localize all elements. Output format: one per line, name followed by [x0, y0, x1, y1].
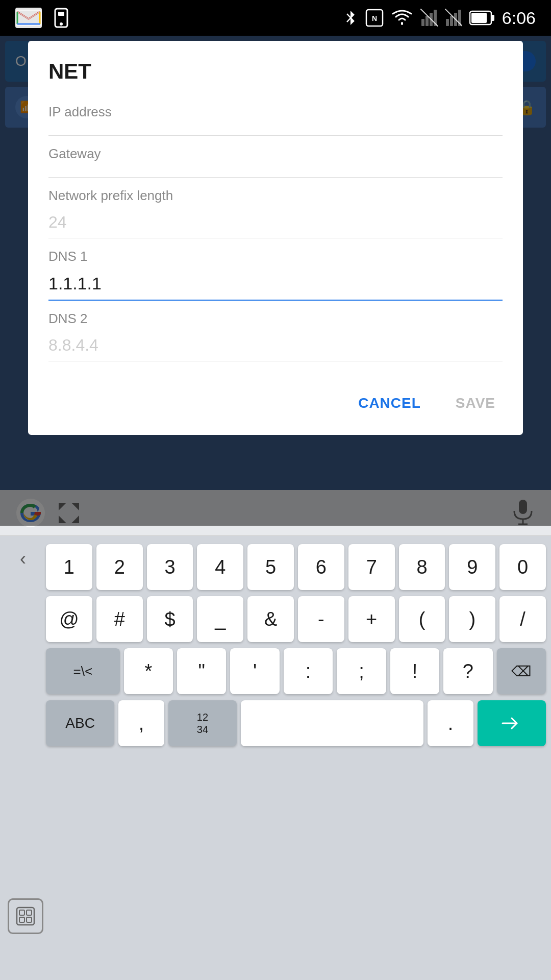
key-3[interactable]: 3: [147, 544, 193, 590]
screenshot-key[interactable]: [8, 898, 43, 934]
key-apostrophe[interactable]: ': [230, 648, 279, 694]
key-semicolon[interactable]: ;: [337, 648, 386, 694]
dns2-value: 8.8.4.4: [48, 330, 503, 361]
key-at[interactable]: @: [46, 596, 92, 642]
keyboard-row-symbols1: @ # $ _ & - + ( ) /: [41, 593, 551, 645]
key-hash[interactable]: #: [96, 596, 143, 642]
key-2[interactable]: 2: [96, 544, 143, 590]
key-0[interactable]: 0: [499, 544, 546, 590]
phone-icon: [50, 7, 72, 29]
dialog-body: IP address Gateway Network prefix length…: [28, 104, 523, 377]
prefix-length-label: Network prefix length: [48, 188, 503, 204]
key-underscore[interactable]: _: [197, 596, 243, 642]
network-config-dialog: NET IP address Gateway Network prefix le…: [28, 41, 523, 435]
wifi-icon: [391, 9, 413, 27]
nfc-icon: N: [365, 9, 384, 27]
battery-icon: [469, 9, 495, 27]
time: 6:06: [502, 8, 536, 28]
key-plus[interactable]: +: [348, 596, 395, 642]
svg-rect-13: [450, 16, 453, 26]
key-question[interactable]: ?: [443, 648, 492, 694]
prefix-length-value: 24: [48, 207, 503, 238]
bluetooth-icon: [343, 7, 358, 29]
key-backspace[interactable]: ⌫: [497, 648, 546, 694]
svg-rect-3: [58, 12, 64, 16]
key-abc[interactable]: ABC: [46, 700, 114, 746]
cancel-button[interactable]: CANCEL: [346, 387, 433, 420]
key-9[interactable]: 9: [449, 544, 495, 590]
key-asterisk[interactable]: *: [124, 648, 173, 694]
status-bar: N 6:06: [0, 0, 551, 36]
save-button[interactable]: SAVE: [443, 387, 508, 420]
dns2-placeholder: 8.8.4.4: [48, 336, 98, 354]
svg-rect-7: [421, 19, 424, 26]
gateway-label: Gateway: [48, 146, 503, 162]
key-1234[interactable]: 1234: [168, 700, 237, 746]
svg-rect-8: [425, 16, 429, 26]
dialog-title: NET: [28, 41, 523, 94]
key-4[interactable]: 4: [197, 544, 243, 590]
dns1-label: DNS 1: [48, 249, 503, 264]
svg-rect-18: [491, 15, 494, 21]
svg-rect-12: [446, 19, 449, 26]
svg-rect-25: [19, 910, 24, 915]
svg-rect-26: [27, 910, 32, 915]
back-key[interactable]: ‹: [5, 541, 41, 577]
svg-text:N: N: [372, 14, 377, 22]
key-quote[interactable]: ": [177, 648, 226, 694]
key-6[interactable]: 6: [298, 544, 344, 590]
ip-address-value: [48, 123, 503, 136]
status-bar-left: [15, 7, 72, 29]
keyboard-row-symbols2: =\< * " ' : ; ! ? ⌫: [41, 645, 551, 697]
gmail-icon: [15, 8, 42, 28]
key-5[interactable]: 5: [247, 544, 294, 590]
key-minus[interactable]: -: [298, 596, 344, 642]
status-bar-right: N 6:06: [343, 7, 536, 29]
keyboard: ‹ 1 2 3 4 5 6 7 8 9 0: [0, 490, 551, 980]
prefix-placeholder: 24: [48, 213, 67, 231]
key-close-paren[interactable]: ): [449, 596, 495, 642]
key-slash[interactable]: /: [499, 596, 546, 642]
signal1-icon: [420, 9, 438, 27]
ip-address-label: IP address: [48, 104, 503, 120]
key-7[interactable]: 7: [348, 544, 395, 590]
key-dollar[interactable]: $: [147, 596, 193, 642]
keyboard-row-numbers: 1 2 3 4 5 6 7 8 9 0: [41, 541, 551, 593]
key-exclamation[interactable]: !: [390, 648, 439, 694]
dns2-label: DNS 2: [48, 311, 503, 327]
signal2-icon: [445, 9, 462, 27]
key-colon[interactable]: :: [284, 648, 333, 694]
svg-rect-28: [27, 917, 32, 922]
key-ampersand[interactable]: &: [247, 596, 294, 642]
keyboard-row-bottom: ABC , 1234 .: [41, 697, 551, 749]
dns1-input[interactable]: [48, 267, 503, 301]
key-1[interactable]: 1: [46, 544, 92, 590]
key-comma[interactable]: ,: [118, 700, 164, 746]
dialog-actions: CANCEL SAVE: [28, 377, 523, 435]
key-open-paren[interactable]: (: [399, 596, 445, 642]
key-8[interactable]: 8: [399, 544, 445, 590]
key-equals-backslash[interactable]: =\<: [46, 648, 120, 694]
svg-point-4: [60, 22, 63, 26]
gateway-value: [48, 165, 503, 178]
key-space[interactable]: [241, 700, 423, 746]
svg-rect-27: [19, 917, 24, 922]
key-period[interactable]: .: [428, 700, 473, 746]
svg-rect-19: [471, 13, 487, 23]
key-enter[interactable]: [478, 700, 546, 746]
